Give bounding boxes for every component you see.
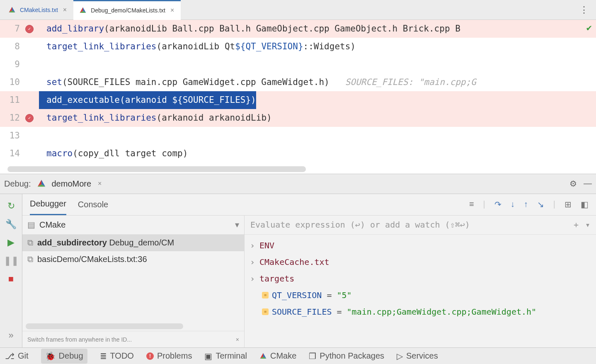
gutter-mark[interactable]	[20, 91, 39, 109]
var-leaf[interactable]: ≡SOURCE_FILES="main.cpp;GameWidget.cpp;G…	[245, 303, 596, 320]
tab-debugger[interactable]: Debugger	[30, 194, 66, 215]
chevron-right-icon[interactable]: ›	[249, 257, 256, 267]
var-node[interactable]: ›CMakeCache.txt	[245, 254, 596, 270]
gutter-mark[interactable]	[20, 56, 39, 73]
line-number: 11	[0, 91, 20, 109]
variables-panel: Evaluate expression (↩) or add a watch (…	[245, 216, 596, 348]
code-text: set(SOURCE_FILES main.cpp GameWidget.cpp…	[39, 73, 476, 91]
list-icon: ≣	[100, 351, 107, 361]
wrench-icon[interactable]: 🔧	[5, 219, 17, 230]
code-line[interactable]: 14macro(copy_dll target comp)	[0, 145, 596, 163]
pause-icon[interactable]: ❚❚	[4, 255, 19, 266]
chevron-down-icon[interactable]: ▾	[235, 220, 239, 230]
cmake-icon	[8, 6, 16, 14]
line-number: 13	[0, 127, 20, 145]
stop-icon[interactable]: ■	[8, 274, 14, 284]
tool-terminal[interactable]: ▣Terminal	[204, 351, 247, 361]
threads-icon[interactable]: ≡	[469, 199, 474, 209]
branch-icon: ⎇	[5, 351, 15, 361]
code-line[interactable]: 8target_link_libraries(arkanoidLib Qt${Q…	[0, 38, 596, 56]
more-icon[interactable]: »	[8, 330, 13, 341]
code-line[interactable]: 9	[0, 56, 596, 73]
tab-label: CMakeLists.txt	[20, 7, 58, 13]
code-text: add_library(arkanoidLib Ball.cpp Ball.h …	[39, 20, 460, 38]
breakpoint-icon[interactable]: ✓	[25, 25, 34, 33]
debug-label: Debug:	[4, 179, 31, 189]
tool-python-packages[interactable]: ❒Python Packages	[309, 351, 384, 361]
code-line[interactable]: 10set(SOURCE_FILES main.cpp GameWidget.c…	[0, 73, 596, 91]
tool-cmake[interactable]: CMake	[259, 351, 296, 361]
debug-side-toolbar: ↻ 🔧 ▶ ❚❚ ■ »	[0, 194, 22, 348]
layout-icon[interactable]: ◧	[581, 199, 589, 209]
frames-hint: Switch frames from anywhere in the ID...…	[22, 331, 244, 347]
step-into-icon[interactable]: ↓	[511, 199, 515, 209]
var-leaf[interactable]: ≡QT_VERSION="5"	[245, 287, 596, 303]
stack-frame[interactable]: ⧉add_subdirectory Debug_demo/CM	[22, 235, 244, 251]
editor-tabs-bar: CMakeLists.txt × Debug_demo/CMakeLists.t…	[0, 0, 596, 20]
minimize-icon[interactable]: —	[584, 179, 592, 189]
tool-services[interactable]: ▷Services	[397, 351, 438, 361]
gutter-mark[interactable]	[20, 145, 39, 163]
horizontal-scrollbar[interactable]	[7, 166, 306, 172]
close-icon[interactable]: ×	[170, 6, 175, 15]
gutter-mark[interactable]	[20, 73, 39, 91]
gutter-mark[interactable]: ✓	[20, 109, 39, 127]
tool-git[interactable]: ⎇Git	[5, 351, 29, 361]
line-number: 8	[0, 38, 20, 56]
close-icon[interactable]: ×	[236, 336, 239, 343]
tool-problems[interactable]: !Problems	[146, 351, 192, 361]
chevron-right-icon[interactable]: ›	[249, 274, 256, 284]
check-icon: ✔	[586, 22, 592, 33]
stack-frame[interactable]: ⧉basicDemo/CMakeLists.txt:36	[22, 251, 244, 268]
chevron-right-icon[interactable]: ›	[249, 240, 256, 250]
rerun-icon[interactable]: ↻	[7, 201, 15, 211]
code-text	[39, 56, 46, 73]
evaluate-icon[interactable]: ⊞	[565, 199, 572, 209]
more-icon[interactable]: ⋮	[572, 5, 596, 15]
evaluate-input[interactable]: Evaluate expression (↩) or add a watch (…	[250, 220, 470, 230]
frames-panel: ▤ CMake ▾ ⧉add_subdirectory Debug_demo/C…	[22, 216, 245, 348]
line-number: 14	[0, 145, 20, 163]
step-over-icon[interactable]: ↷	[494, 199, 502, 209]
add-watch-icon[interactable]: +	[574, 220, 579, 230]
frames-thread-selector[interactable]: ▤ CMake ▾	[22, 216, 244, 235]
tab-label: Debug_demo/CMakeLists.txt	[91, 7, 165, 14]
resume-icon[interactable]: ▶	[7, 237, 15, 248]
run-to-cursor-icon[interactable]: ↘	[537, 199, 544, 209]
breakpoint-icon[interactable]: ✓	[25, 114, 34, 122]
code-line[interactable]: 11add_executable(arkanoid ${SOURCE_FILES…	[0, 91, 596, 109]
code-text: macro(copy_dll target comp)	[39, 145, 188, 163]
code-editor[interactable]: ✔ 7✓add_library(arkanoidLib Ball.cpp Bal…	[0, 20, 596, 174]
bug-icon: 🐞	[45, 351, 56, 361]
code-text: target_link_libraries(arkanoidLib Qt${QT…	[39, 38, 356, 56]
close-icon[interactable]: ×	[62, 5, 68, 15]
packages-icon: ❒	[309, 351, 316, 361]
var-node[interactable]: ›targets	[245, 270, 596, 287]
gear-icon[interactable]: ⚙	[569, 179, 577, 189]
tool-window-bar: ⎇Git 🐞Debug ≣TODO !Problems ▣Terminal CM…	[0, 347, 596, 364]
gutter-mark[interactable]: ✓	[20, 20, 39, 38]
gutter-mark[interactable]	[20, 38, 39, 56]
line-number: 10	[0, 73, 20, 91]
var-node[interactable]: ›ENV	[245, 237, 596, 254]
tab-debug-demo-cmakelists[interactable]: Debug_demo/CMakeLists.txt ×	[73, 0, 181, 20]
code-line[interactable]: 7✓add_library(arkanoidLib Ball.cpp Ball.…	[0, 20, 596, 38]
chevron-down-icon[interactable]: ▾	[585, 220, 590, 230]
gutter-mark[interactable]	[20, 127, 39, 145]
tool-todo[interactable]: ≣TODO	[100, 351, 134, 361]
tool-debug[interactable]: 🐞Debug	[41, 349, 87, 364]
horizontal-scrollbar[interactable]	[26, 323, 183, 329]
frame-icon: ⧉	[27, 238, 33, 248]
code-line[interactable]: 13	[0, 127, 596, 145]
cmake-icon	[79, 7, 87, 14]
debug-panel: ↻ 🔧 ▶ ❚❚ ■ » Debugger Console ≡ | ↷ ↓ ↑ …	[0, 194, 596, 348]
code-line[interactable]: 12✓target_link_libraries(arkanoid arkano…	[0, 109, 596, 127]
cmake-icon	[37, 179, 46, 188]
close-icon[interactable]: ×	[97, 179, 102, 188]
tab-cmakelists[interactable]: CMakeLists.txt ×	[2, 0, 73, 20]
error-icon: !	[146, 352, 154, 360]
step-out-icon[interactable]: ↑	[524, 199, 528, 209]
tab-console[interactable]: Console	[78, 194, 108, 215]
line-number: 12	[0, 109, 20, 127]
code-text: add_executable(arkanoid ${SOURCE_FILES})	[39, 91, 256, 109]
